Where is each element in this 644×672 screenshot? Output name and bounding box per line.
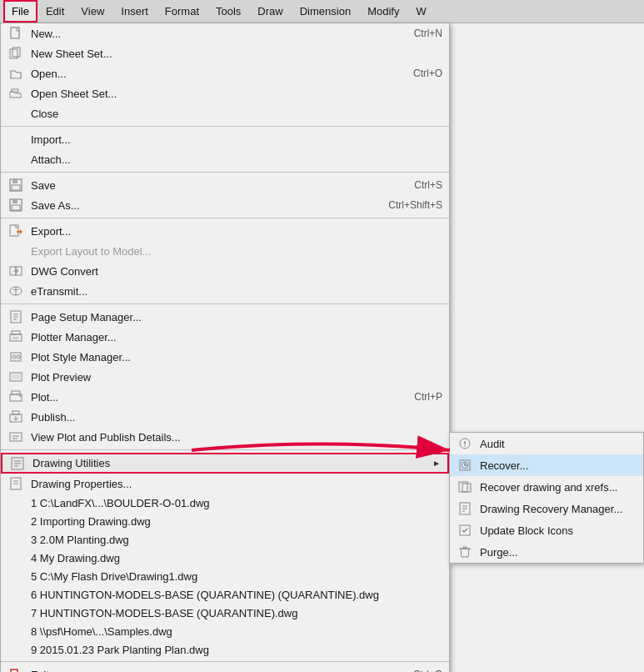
svg-point-31 <box>19 395 21 397</box>
import-icon <box>7 131 24 148</box>
menu-item-attach[interactable]: Attach... <box>1 149 449 169</box>
export-icon <box>7 223 24 239</box>
menu-item-export[interactable]: Export... <box>1 221 449 241</box>
etransmit-icon <box>7 283 24 299</box>
menu-item-dwg-convert[interactable]: DWG Convert <box>1 261 449 281</box>
drawing-utilities-icon <box>9 455 26 472</box>
plot-icon <box>7 389 24 405</box>
file-dropdown-menu: New... Ctrl+N New Sheet Set... Open... C… <box>0 23 450 672</box>
open-sheet-set-icon <box>7 85 24 102</box>
submenu-item-purge[interactable]: Purge... <box>450 541 643 563</box>
page-setup-icon <box>7 308 24 325</box>
menubar: File Edit View Insert Format Tools Draw … <box>0 0 644 23</box>
submenu-item-drm[interactable]: Drawing Recovery Manager... <box>450 498 643 519</box>
close-file-icon <box>7 105 24 122</box>
recent-file-3[interactable]: 3 2.0M Planting.dwg <box>1 530 449 549</box>
separator-4 <box>1 303 449 304</box>
publish-icon <box>7 409 24 425</box>
separator-3 <box>1 218 449 218</box>
menu-format[interactable]: Format <box>157 0 207 23</box>
exit-icon <box>7 666 24 672</box>
recent-file-5[interactable]: 5 C:\My Flash Drive\Drawing1.dwg <box>1 567 449 585</box>
svg-rect-9 <box>12 205 20 210</box>
new-icon <box>7 25 24 42</box>
drawing-properties-icon <box>7 475 24 492</box>
purge-icon <box>457 544 473 560</box>
menu-item-new-sheet-set[interactable]: New Sheet Set... <box>1 43 449 63</box>
menu-w[interactable]: W <box>407 0 434 23</box>
drm-icon <box>457 500 473 517</box>
svg-rect-28 <box>12 374 20 379</box>
open-icon <box>7 65 24 82</box>
separator-exit <box>1 661 449 662</box>
menu-item-save[interactable]: Save Ctrl+S <box>1 175 449 195</box>
submenu-item-audit[interactable]: Audit <box>450 433 643 454</box>
recent-file-1[interactable]: 1 C:\LandFX\...\BOULDER-O-01.dwg <box>1 494 449 512</box>
menu-item-exit[interactable]: Exit Ctrl+Q <box>1 664 449 672</box>
menu-item-close[interactable]: Close <box>1 103 449 123</box>
svg-rect-8 <box>12 199 17 203</box>
annotation-arrow <box>167 429 475 471</box>
svg-rect-5 <box>12 179 17 183</box>
menu-item-plot-style-manager[interactable]: Plot Style Manager... <box>1 347 449 367</box>
new-sheet-set-icon <box>7 45 24 62</box>
menu-item-save-as[interactable]: Save As... Ctrl+Shift+S <box>1 195 449 215</box>
svg-rect-30 <box>12 391 20 394</box>
recent-file-2[interactable]: 2 Importing Drawing.dwg <box>1 512 449 530</box>
update-block-icons-icon <box>457 522 473 539</box>
menu-modify[interactable]: Modify <box>359 0 407 23</box>
view-plot-details-icon <box>7 429 24 445</box>
svg-rect-3 <box>12 89 18 92</box>
recover-xrefs-icon <box>457 479 473 495</box>
svg-rect-6 <box>12 185 20 190</box>
menu-item-publish[interactable]: Publish... <box>1 407 449 427</box>
dwg-convert-icon <box>7 263 24 279</box>
recent-file-9[interactable]: 9 2015.01.23 Park Planting Plan.dwg <box>1 640 449 659</box>
recent-file-8[interactable]: 8 \\psf\Home\...\Samples.dwg <box>1 622 449 640</box>
separator-2 <box>1 172 449 173</box>
svg-rect-22 <box>12 337 19 339</box>
plot-preview-icon <box>7 369 24 385</box>
save-icon <box>7 177 24 193</box>
menu-file[interactable]: File <box>3 0 37 23</box>
menu-item-drawing-properties[interactable]: Drawing Properties... <box>1 474 449 494</box>
menu-dimension[interactable]: Dimension <box>292 0 359 23</box>
recent-file-6[interactable]: 6 HUNTINGTON-MODELS-BASE (QUARANTINE) (Q… <box>1 585 449 604</box>
submenu-item-update-block-icons[interactable]: Update Block Icons <box>450 519 643 541</box>
menu-item-etransmit[interactable]: eTransmit... <box>1 281 449 301</box>
menu-item-new[interactable]: New... Ctrl+N <box>1 23 449 43</box>
submenu-item-recover[interactable]: Recover... <box>450 454 643 476</box>
menu-view[interactable]: View <box>72 0 112 23</box>
menu-item-plot-preview[interactable]: Plot Preview <box>1 367 449 387</box>
svg-rect-0 <box>11 28 19 38</box>
menu-item-open-sheet-set[interactable]: Open Sheet Set... <box>1 83 449 103</box>
svg-point-25 <box>12 355 16 359</box>
menu-draw[interactable]: Draw <box>249 0 291 23</box>
separator-1 <box>1 126 449 127</box>
plot-style-icon <box>7 349 24 365</box>
menu-insert[interactable]: Insert <box>112 0 157 23</box>
submenu-item-recover-xrefs[interactable]: Recover drawing and xrefs... <box>450 476 643 498</box>
svg-point-26 <box>17 355 20 359</box>
menu-item-import[interactable]: Import... <box>1 129 449 149</box>
svg-rect-35 <box>10 433 22 441</box>
menu-item-page-setup[interactable]: Page Setup Manager... <box>1 307 449 327</box>
menu-tools[interactable]: Tools <box>207 0 249 23</box>
recent-file-7[interactable]: 7 HUNTINGTON-MODELS-BASE (QUARANTINE).dw… <box>1 604 449 622</box>
menu-item-plotter-manager[interactable]: Plotter Manager... <box>1 327 449 347</box>
menu-item-export-layout[interactable]: Export Layout to Model... <box>1 241 449 261</box>
save-as-icon <box>7 197 24 213</box>
export-layout-icon <box>7 243 24 259</box>
menu-item-open[interactable]: Open... Ctrl+O <box>1 63 449 83</box>
attach-icon <box>7 151 24 168</box>
svg-rect-23 <box>12 331 20 334</box>
svg-rect-33 <box>12 411 19 414</box>
drawing-utilities-submenu: Audit Recover... Recover drawing and xre… <box>449 432 644 564</box>
menu-edit[interactable]: Edit <box>37 0 72 23</box>
recent-file-4[interactable]: 4 My Drawing.dwg <box>1 549 449 567</box>
svg-rect-53 <box>462 484 471 492</box>
menu-item-plot[interactable]: Plot... Ctrl+P <box>1 387 449 407</box>
plotter-manager-icon <box>7 328 24 345</box>
svg-rect-10 <box>10 225 18 236</box>
